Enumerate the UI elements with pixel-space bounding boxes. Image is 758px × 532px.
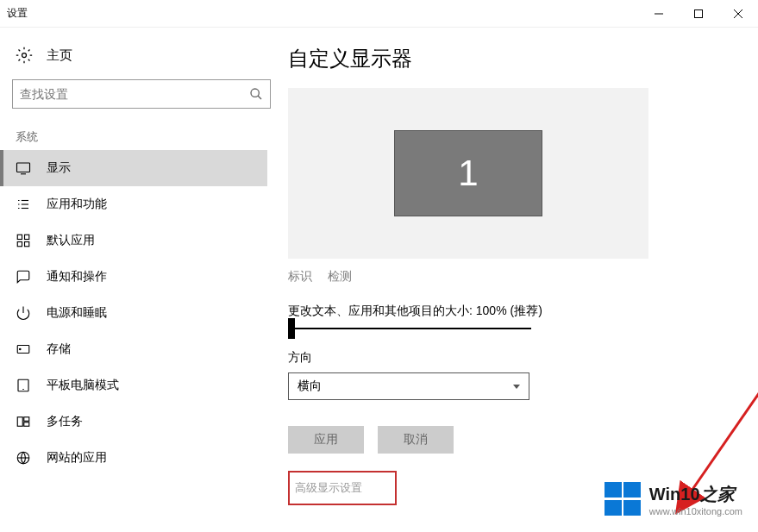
sidebar-item-power[interactable]: 电源和睡眠 <box>12 295 254 331</box>
preview-actions: 标识 检测 <box>288 269 737 285</box>
advanced-display-link[interactable]: 高级显示设置 <box>295 480 362 496</box>
globe-icon <box>16 450 31 466</box>
sidebar-item-tablet[interactable]: 平板电脑模式 <box>12 367 254 404</box>
svg-rect-24 <box>17 417 22 427</box>
svg-rect-17 <box>17 242 22 247</box>
gear-icon <box>16 47 33 64</box>
svg-rect-15 <box>17 235 22 239</box>
svg-rect-16 <box>25 235 29 239</box>
display-preview[interactable]: 1 <box>288 88 648 259</box>
scale-label: 更改文本、应用和其他项目的大小: 100% (推荐) <box>288 304 737 319</box>
grid-icon <box>16 233 31 248</box>
svg-point-5 <box>251 89 259 97</box>
advanced-display-settings-highlight: 高级显示设置 <box>288 471 397 505</box>
main-content: 自定义显示器 1 标识 检测 更改文本、应用和其他项目的大小: 100% (推荐… <box>267 28 758 532</box>
sidebar: 主页 系统 显示 应用和功能 默认应用 通知和操作 电源和睡眠 存 <box>0 28 267 532</box>
sidebar-item-label: 存储 <box>47 341 71 357</box>
orientation-label: 方向 <box>288 350 737 366</box>
minimize-button[interactable] <box>639 0 679 28</box>
sidebar-item-storage[interactable]: 存储 <box>12 331 254 367</box>
body: 主页 系统 显示 应用和功能 默认应用 通知和操作 电源和睡眠 存 <box>0 28 758 532</box>
sidebar-item-display[interactable]: 显示 <box>0 150 267 186</box>
sidebar-item-label: 应用和功能 <box>47 197 107 212</box>
apply-button[interactable]: 应用 <box>288 426 364 454</box>
storage-icon <box>16 341 31 357</box>
svg-point-4 <box>22 53 27 58</box>
orientation-dropdown[interactable]: 横向 <box>288 372 529 400</box>
sidebar-item-label: 通知和操作 <box>47 269 107 285</box>
window-controls <box>639 0 758 28</box>
tablet-icon <box>16 378 31 393</box>
message-icon <box>16 269 31 285</box>
sidebar-item-label: 电源和睡眠 <box>47 305 107 321</box>
sidebar-item-multitask[interactable]: 多任务 <box>12 404 254 440</box>
detect-link[interactable]: 检测 <box>328 269 352 285</box>
svg-point-21 <box>20 348 22 350</box>
page-title: 自定义显示器 <box>288 45 737 72</box>
multitask-icon <box>16 414 31 429</box>
titlebar: 设置 <box>0 0 758 28</box>
sidebar-item-label: 平板电脑模式 <box>47 378 119 393</box>
sidebar-item-web-apps[interactable]: 网站的应用 <box>12 440 254 476</box>
maximize-button[interactable] <box>679 0 718 28</box>
sidebar-item-notifications[interactable]: 通知和操作 <box>12 259 254 295</box>
sidebar-item-default-apps[interactable]: 默认应用 <box>12 222 254 259</box>
monitor-icon <box>16 160 31 176</box>
search-box[interactable] <box>12 79 271 109</box>
monitor-tile[interactable]: 1 <box>394 130 542 216</box>
list-icon <box>16 197 31 212</box>
identify-link[interactable]: 标识 <box>288 269 312 285</box>
sidebar-item-label: 多任务 <box>47 414 83 429</box>
window-title: 设置 <box>7 6 28 21</box>
svg-rect-18 <box>25 242 29 247</box>
svg-rect-1 <box>695 9 703 17</box>
sidebar-item-apps[interactable]: 应用和功能 <box>12 186 254 222</box>
watermark-url: www.win10xitong.com <box>649 506 742 516</box>
svg-line-6 <box>258 96 261 99</box>
close-button[interactable] <box>718 0 758 28</box>
home-button[interactable]: 主页 <box>12 40 254 79</box>
power-icon <box>16 305 31 321</box>
button-row: 应用 取消 <box>288 426 737 454</box>
svg-rect-25 <box>24 417 29 422</box>
orientation-value: 横向 <box>298 379 322 394</box>
sidebar-item-label: 显示 <box>47 160 71 176</box>
svg-rect-7 <box>17 163 30 172</box>
search-input[interactable] <box>20 87 249 101</box>
section-label: 系统 <box>16 129 254 145</box>
scale-slider[interactable] <box>290 328 531 329</box>
search-icon <box>249 87 263 101</box>
sidebar-item-label: 默认应用 <box>47 233 95 248</box>
svg-rect-26 <box>24 422 29 427</box>
sidebar-item-label: 网站的应用 <box>47 450 107 466</box>
windows-logo-icon <box>605 482 642 516</box>
watermark: Win10之家 www.win10xitong.com <box>605 482 742 516</box>
slider-thumb[interactable] <box>288 318 295 339</box>
home-label: 主页 <box>47 47 72 64</box>
cancel-button[interactable]: 取消 <box>378 426 454 454</box>
watermark-brand: Win10之家 <box>649 483 735 506</box>
